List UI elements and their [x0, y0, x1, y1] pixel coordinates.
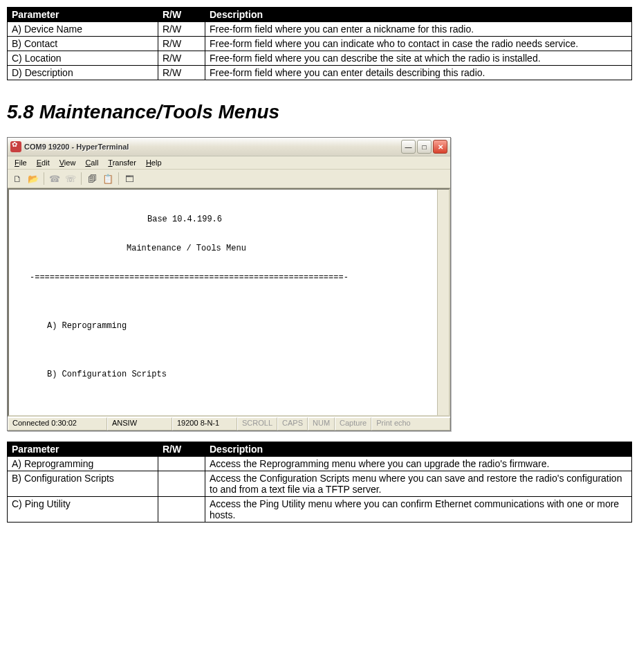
properties-icon[interactable]: 🗔 — [122, 172, 136, 185]
titlebar[interactable]: COM9 19200 - HyperTerminal — □ ✕ — [8, 138, 450, 156]
menu-view[interactable]: View — [55, 158, 80, 167]
terminal-rule: -=======================================… — [16, 273, 442, 282]
connect-icon[interactable]: ☎ — [48, 172, 62, 185]
table-header-row: Parameter R/W Description — [8, 442, 632, 457]
menubar: File Edit View Call Transfer Help — [8, 156, 450, 170]
status-emulation: ANSIW — [107, 417, 172, 430]
scrollbar-vertical[interactable] — [437, 190, 449, 415]
terminal-header1: Base 10.4.199.6 — [16, 215, 442, 224]
maximize-button[interactable]: □ — [417, 140, 432, 154]
disconnect-icon[interactable]: ☏ — [64, 172, 77, 185]
section-heading: 5.8 Maintenance/Tools Menus — [7, 101, 632, 123]
close-button[interactable]: ✕ — [433, 140, 447, 154]
terminal-header2: Maintenance / Tools Menu — [16, 244, 442, 253]
hyperterminal-window: COM9 19200 - HyperTerminal — □ ✕ File Ed… — [7, 137, 451, 431]
menu-edit[interactable]: Edit — [33, 158, 54, 167]
app-icon — [10, 141, 21, 152]
status-printecho: Print echo — [371, 417, 450, 430]
table-row: C) Location R/W Free-form field where yo… — [8, 51, 632, 66]
status-scroll: SCROLL — [237, 417, 277, 430]
toolbar: 🗋 📂 ☎ ☏ 🗐 📋 🗔 — [8, 170, 450, 188]
minimize-button[interactable]: — — [401, 140, 416, 154]
send-icon[interactable]: 🗐 — [85, 172, 99, 185]
table-row: D) Description R/W Free-form field where… — [8, 66, 632, 80]
terminal-item-a: A) Reprogramming — [16, 321, 442, 331]
table-row: A) Reprogramming Access the Reprogrammin… — [8, 457, 632, 471]
parameter-table-2: Parameter R/W Description A) Reprogrammi… — [7, 442, 632, 523]
col-parameter: Parameter — [8, 8, 158, 22]
table-row: B) Configuration Scripts Access the Conf… — [8, 471, 632, 497]
status-connected: Connected 0:30:02 — [8, 417, 107, 430]
menu-help[interactable]: Help — [142, 158, 166, 167]
col-rw: R/W — [158, 442, 205, 457]
table-row: A) Device Name R/W Free-form field where… — [8, 22, 632, 37]
table-row: B) Contact R/W Free-form field where you… — [8, 37, 632, 51]
separator — [81, 172, 82, 185]
separator — [44, 172, 44, 185]
status-capture: Capture — [335, 417, 371, 430]
parameter-table-1: Parameter R/W Description A) Device Name… — [7, 7, 632, 80]
terminal-item-b: B) Configuration Scripts — [16, 370, 442, 379]
menu-file[interactable]: File — [10, 158, 31, 167]
open-icon[interactable]: 📂 — [26, 172, 40, 185]
menu-transfer[interactable]: Transfer — [104, 158, 140, 167]
col-rw: R/W — [158, 8, 205, 22]
status-settings: 19200 8-N-1 — [172, 417, 237, 430]
status-num: NUM — [308, 417, 335, 430]
table-row: C) Ping Utility Access the Ping Utility … — [8, 497, 632, 523]
statusbar: Connected 0:30:02 ANSIW 19200 8-N-1 SCRO… — [8, 417, 450, 430]
table-header-row: Parameter R/W Description — [8, 8, 632, 22]
receive-icon[interactable]: 📋 — [101, 172, 115, 185]
terminal-content[interactable]: Base 10.4.199.6 Maintenance / Tools Menu… — [8, 188, 450, 417]
col-parameter: Parameter — [8, 442, 158, 457]
col-description: Description — [205, 8, 632, 22]
col-description: Description — [205, 442, 632, 457]
new-icon[interactable]: 🗋 — [10, 172, 24, 185]
menu-call[interactable]: Call — [81, 158, 102, 167]
status-caps: CAPS — [277, 417, 308, 430]
window-title: COM9 19200 - HyperTerminal — [24, 143, 129, 151]
separator — [118, 172, 119, 185]
